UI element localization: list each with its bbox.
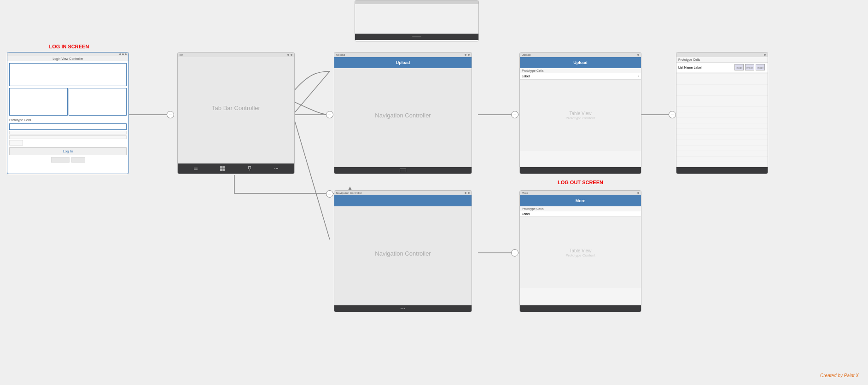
nav1-dot2: [468, 54, 470, 56]
nav1-body: Navigation Controller: [334, 68, 472, 163]
connector-nav2-more: [511, 249, 518, 257]
table1-titlebar: Upload: [520, 52, 641, 57]
top-device-statusbar: [355, 0, 478, 4]
more-table-view: More More Prototype Cells Label Table Vi…: [519, 190, 641, 312]
tab-bar-body: Tab Bar Controller: [178, 57, 294, 158]
connector-tabbar-nav1: [326, 111, 333, 118]
table2-list-row[interactable]: List Name Label Image Image Image: [676, 63, 768, 72]
nav-controller-2: Navigation Controller Navigation Control…: [334, 190, 472, 312]
more-placeholder: Table View: [569, 248, 591, 253]
table1-placeholder: Table View: [569, 111, 591, 116]
top-device-frame: [355, 0, 479, 41]
table1-cell-row[interactable]: Label ›: [520, 73, 641, 80]
svg-line-2: [293, 71, 330, 115]
nav2-bottom: [334, 305, 472, 312]
prototype-cells-label: Prototype Cells: [7, 117, 128, 122]
top-device-bottom: [355, 34, 478, 40]
connector-nav1-table1: [511, 111, 518, 118]
top-device-body: [355, 4, 478, 34]
nav1-bottom: [334, 167, 472, 174]
connector-login-tabbar: [167, 111, 174, 118]
login-input-field[interactable]: [9, 123, 127, 130]
nav1-home-icon: [400, 169, 406, 172]
login-image-left: [9, 88, 68, 116]
tab-status-dot: [287, 54, 289, 56]
table2-img1: Image: [734, 64, 744, 70]
status-dot: [119, 53, 121, 55]
connector-tabbar-nav2: [326, 190, 333, 198]
table2-content: [676, 72, 768, 162]
table2-img2: Image: [745, 64, 754, 70]
svg-marker-11: [348, 187, 352, 190]
table2-prototype-label: Prototype Cells: [676, 57, 768, 63]
more-navbar: More: [520, 195, 641, 206]
table1-placeholder-sub: Prototype Content: [565, 116, 595, 120]
t1-dot: [637, 54, 639, 56]
nav2-label: Navigation Controller: [375, 250, 431, 257]
login-field2: [9, 131, 127, 134]
table2-titlebar: [676, 52, 768, 57]
login-logo-area: [9, 63, 127, 86]
login-button[interactable]: Log In: [9, 147, 127, 155]
tab-bar-controller: Init Tab Bar Controller: [177, 52, 295, 174]
table1-navbar: Upload: [520, 57, 641, 68]
nav2-blue-bar: [334, 195, 472, 206]
status-dot3: [125, 53, 127, 55]
more-cell-row[interactable]: Label: [520, 211, 641, 217]
more-dot: [637, 192, 639, 194]
nav1-dot: [465, 54, 466, 56]
more-bottom: [520, 305, 641, 312]
tab-more-icon[interactable]: [274, 168, 278, 169]
login-screen-label: LOG IN SCREEN: [7, 44, 131, 49]
more-content-area: Table View Prototype Content: [520, 217, 641, 288]
table1-bottom: [520, 167, 641, 174]
login-ok-btn[interactable]: [71, 157, 85, 163]
table2-img3: Image: [756, 64, 765, 70]
nav1-label: Navigation Controller: [375, 112, 431, 119]
tab-list-icon[interactable]: [194, 168, 198, 170]
nav-controller-1: Upload Upload Navigation Controller: [334, 52, 472, 174]
nav2-titlebar: Navigation Controller: [334, 191, 472, 195]
tab-grid-icon[interactable]: [220, 166, 225, 171]
connector-table1-table2: [669, 111, 676, 118]
nav1-blue-bar: Upload: [334, 57, 472, 68]
top-device-home: [412, 36, 421, 37]
login-cancel-btn[interactable]: [51, 157, 70, 163]
t2-dot: [764, 54, 766, 56]
table2-list-label: List Name Label: [678, 66, 734, 69]
cell-chevron: ›: [638, 74, 639, 78]
more-prototype-label: Prototype Cells: [520, 206, 641, 211]
login-image-right: [69, 88, 127, 116]
table-view-1: Upload Upload Prototype Cells Label › Ta…: [519, 52, 641, 174]
table1-prototype-label: Prototype Cells: [520, 68, 641, 73]
tab-bar-icons: [178, 163, 294, 174]
nav1-titlebar: Upload: [334, 52, 472, 57]
login-frame: Login View Controller Prototype Cells Lo…: [7, 52, 129, 174]
canvas: LOG IN SCREEN Login View Controller Prot…: [0, 0, 868, 385]
nav2-dot2: [468, 192, 470, 194]
more-titlebar: More: [520, 191, 641, 195]
login-topbar: [7, 52, 128, 56]
table2-bottom: [676, 167, 768, 174]
nav2-dot: [465, 192, 466, 194]
login-title: Login View Controller: [7, 56, 128, 61]
status-dot2: [122, 53, 124, 55]
table-view-2: Prototype Cells List Name Label Image Im…: [676, 52, 768, 174]
logout-screen-label: LOG OUT SCREEN: [519, 180, 641, 185]
login-small-btn1: [9, 140, 23, 146]
tab-bar-title: Init: [178, 52, 294, 57]
nav2-body: Navigation Controller: [334, 206, 472, 301]
nav2-bottom-icons: [401, 308, 405, 309]
svg-line-4: [293, 115, 330, 239]
tab-upload-icon[interactable]: [247, 166, 252, 171]
login-field3: [9, 135, 127, 139]
watermark: Created by Paint X: [820, 373, 859, 378]
more-placeholder-sub: Prototype Content: [565, 253, 595, 257]
table1-content-area: Table View Prototype Content: [520, 80, 641, 151]
tab-bar-label: Tab Bar Controller: [212, 105, 260, 111]
tab-status-dot2: [291, 54, 292, 56]
